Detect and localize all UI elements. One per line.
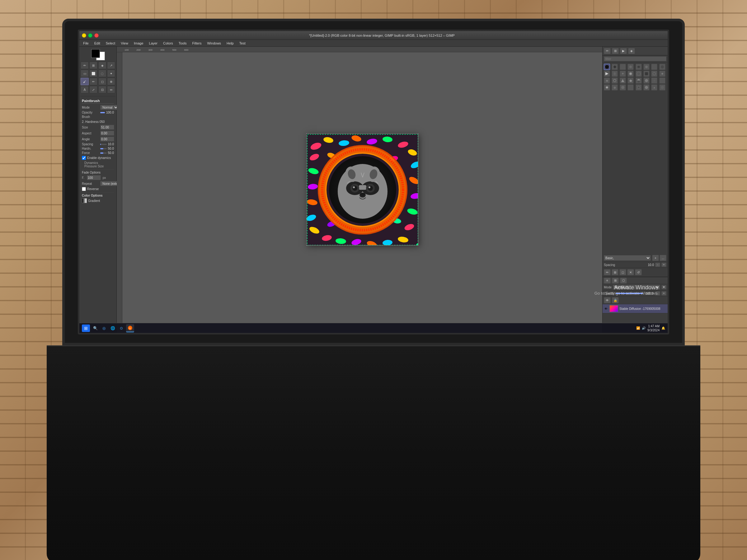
taskbar-notification[interactable]: 🔔 — [662, 326, 665, 330]
tool-flip[interactable]: ⇔ — [107, 86, 115, 93]
layers-toolbar-btn-1[interactable]: ≡ — [604, 277, 611, 284]
brush-item-23[interactable] — [659, 77, 666, 84]
minimize-button[interactable] — [82, 33, 86, 38]
menu-test[interactable]: Test — [237, 41, 248, 46]
brush-tool-btn-1[interactable]: ✏ — [604, 48, 611, 54]
brush-extra-3[interactable]: ◻ — [619, 269, 626, 275]
tool-measure[interactable]: ⤢ — [89, 86, 97, 93]
tool-color[interactable]: ◈ — [98, 61, 106, 69]
brush-item-21[interactable] — [643, 77, 650, 84]
mode-select[interactable]: Normal — [100, 105, 119, 110]
taskbar-gimp-icon[interactable]: G — [126, 324, 134, 332]
brush-item-9[interactable] — [612, 71, 618, 77]
menu-file[interactable]: File — [81, 41, 91, 46]
brush-item-12[interactable] — [636, 71, 642, 77]
brush-item-20[interactable] — [636, 77, 642, 84]
brush-item-11[interactable] — [627, 71, 634, 77]
canvas-image[interactable] — [306, 133, 418, 245]
start-button[interactable]: ⊞ — [82, 324, 90, 332]
brush-item-14[interactable] — [651, 71, 658, 77]
layers-mode-extra[interactable]: ▼ — [662, 285, 666, 289]
fade-input[interactable] — [87, 175, 101, 180]
reverse-checkbox[interactable] — [82, 187, 86, 191]
taskbar-search[interactable]: 🔍 — [91, 324, 99, 332]
brush-item-29[interactable] — [643, 84, 650, 90]
brush-item-8[interactable] — [604, 71, 610, 77]
menu-help[interactable]: Help — [224, 41, 236, 46]
gimp-canvas-area[interactable]: 100 200 300 400 500 600 — [117, 47, 602, 333]
menu-colors[interactable]: Colors — [161, 41, 176, 46]
size-input[interactable] — [100, 125, 114, 130]
tool-lasso[interactable]: ◌ — [98, 70, 106, 77]
menu-filters[interactable]: Filters — [190, 41, 204, 46]
brush-item-18[interactable] — [620, 77, 626, 84]
brush-preset-select[interactable]: Basic, — [604, 255, 651, 261]
brush-item-1[interactable] — [612, 64, 618, 70]
canvas-container[interactable] — [122, 52, 602, 327]
brush-item-27[interactable] — [627, 84, 634, 90]
brush-item-4[interactable] — [636, 64, 642, 70]
tool-transform[interactable]: ↗ — [107, 61, 115, 69]
selection-handle[interactable] — [416, 243, 418, 245]
layer-eye-btn[interactable]: 👁 — [604, 297, 611, 303]
brush-tool-btn-2[interactable]: ⊞ — [612, 48, 619, 54]
menu-view[interactable]: View — [118, 41, 131, 46]
brush-item-3[interactable] — [627, 64, 634, 70]
opacity-slider[interactable] — [100, 112, 105, 113]
menu-windows[interactable]: Windows — [205, 41, 224, 46]
brush-tool-btn-3[interactable]: ▶ — [620, 48, 627, 54]
brush-item-19[interactable]: ⬟ — [627, 77, 634, 84]
spacing-slider[interactable] — [100, 144, 107, 145]
brush-item-30[interactable]: ▲ — [651, 84, 658, 90]
foreground-color-box[interactable] — [91, 49, 100, 58]
hardness-slider[interactable] — [100, 148, 107, 149]
dynamics-checkbox[interactable] — [82, 156, 86, 160]
brush-item-25[interactable]: ⊕ — [612, 84, 618, 90]
layer-lock-btn[interactable]: 🔒 — [612, 297, 619, 303]
brush-tool-btn-4[interactable]: ◈ — [628, 48, 635, 54]
menu-tools[interactable]: Tools — [176, 41, 189, 46]
menu-layer[interactable]: Layer — [147, 41, 160, 46]
brush-item-24[interactable] — [604, 84, 610, 90]
brush-item-10[interactable]: ✦ — [620, 71, 626, 77]
brush-filter-input[interactable] — [604, 56, 666, 61]
brush-action-1[interactable]: + — [652, 255, 659, 261]
close-button[interactable] — [94, 33, 99, 38]
tool-eraser[interactable]: ◻ — [98, 78, 106, 85]
brush-item-16[interactable]: ≋ — [604, 77, 610, 84]
menu-edit[interactable]: Edit — [92, 41, 103, 46]
brush-extra-5[interactable]: ↺ — [635, 269, 642, 275]
layers-toolbar-btn-2[interactable]: ⊞ — [612, 277, 619, 284]
force-slider[interactable] — [100, 153, 107, 154]
tool-selection[interactable]: ▭ — [81, 70, 89, 77]
brush-item-22[interactable]: ✧ — [651, 77, 658, 84]
taskbar-clock[interactable]: 1:47 AM 9/3/2024 — [647, 324, 660, 332]
brush-action-2[interactable]: ... — [660, 255, 666, 261]
color-boxes[interactable] — [91, 49, 105, 60]
brush-extra-2[interactable]: ⊞ — [612, 269, 618, 275]
layers-opacity-plus[interactable]: + — [662, 291, 666, 296]
taskbar-store[interactable]: ⊙ — [117, 324, 125, 332]
layer-visibility-icon[interactable]: 👁 — [604, 306, 608, 311]
menu-select[interactable]: Select — [103, 41, 118, 46]
tool-paintbrush[interactable]: 🖌 — [81, 78, 89, 85]
layers-toolbar-btn-3[interactable]: ⬡ — [620, 277, 627, 284]
tool-pencil[interactable]: ✏ — [89, 78, 97, 85]
tool-zoom[interactable]: ⊞ — [89, 61, 97, 69]
brush-extra-1[interactable]: ✏ — [604, 269, 611, 275]
taskbar-widget[interactable]: ◎ — [100, 324, 108, 332]
brush-item-7[interactable] — [659, 64, 666, 70]
brush-item-2[interactable] — [620, 64, 626, 70]
tool-fuzzy[interactable]: ✦ — [107, 70, 115, 77]
tool-rect-select[interactable]: ⬜ — [89, 70, 97, 77]
tool-clone[interactable]: ⊕ — [107, 78, 115, 85]
brush-item-26[interactable] — [620, 84, 626, 90]
spacing-plus[interactable]: + — [662, 263, 666, 267]
brush-item-0[interactable] — [604, 64, 610, 70]
menu-image[interactable]: Image — [131, 41, 146, 46]
brush-item-13[interactable] — [643, 71, 650, 77]
tool-crop[interactable]: ⊡ — [98, 86, 106, 93]
brush-item-31[interactable] — [659, 84, 666, 90]
spacing-minus[interactable]: - — [655, 263, 660, 267]
aspect-input[interactable] — [100, 131, 114, 136]
